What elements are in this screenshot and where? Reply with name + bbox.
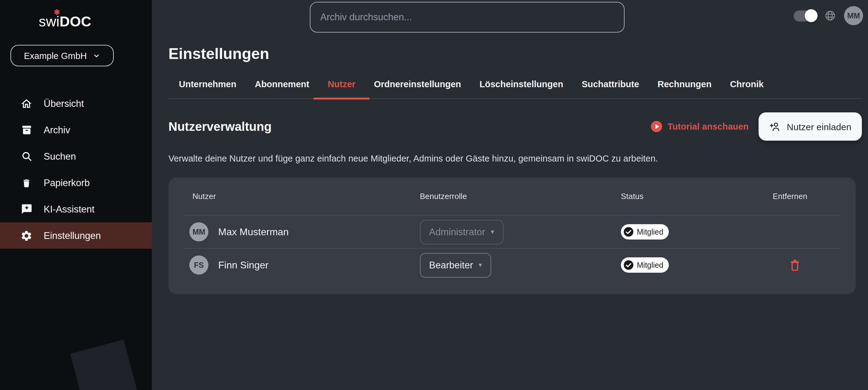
tutorial-label: Tutorial anschauen (668, 122, 749, 131)
role-select-disabled: Administrator ▾ (420, 220, 503, 244)
toggle-knob (805, 9, 817, 22)
topbar-controls: MM (794, 6, 863, 25)
column-header-benutzerrolle: Benutzerrolle (420, 192, 621, 201)
person-add-icon (769, 121, 781, 132)
search-icon (20, 150, 33, 162)
archive-icon (20, 124, 33, 136)
main-content: MM Einstellungen Unternehmen Abonnement … (152, 0, 868, 390)
status-label: Mitglied (637, 228, 663, 236)
check-circle-icon (623, 260, 634, 270)
chevron-down-icon (93, 52, 100, 59)
role-select[interactable]: Bearbeiter ▾ (420, 253, 491, 277)
sidebar-item-ki-assistent[interactable]: KI-Assistent (0, 196, 152, 222)
sidebar-item-archiv[interactable]: Archiv (0, 117, 152, 143)
column-header-status: Status (621, 192, 773, 201)
logo-star-icon: ✱ (54, 8, 60, 17)
sidebar-item-uebersicht[interactable]: Übersicht (0, 90, 152, 117)
tab-chronik[interactable]: Chronik (730, 79, 764, 98)
check-circle-icon (623, 227, 634, 237)
search-input[interactable] (310, 2, 625, 33)
chat-sparkle-icon (20, 203, 33, 215)
column-header-entfernen: Entfernen (773, 192, 841, 201)
sidebar-item-suchen[interactable]: Suchen (0, 143, 152, 169)
role-value: Bearbeiter (429, 259, 473, 270)
tab-ordnereinstellungen[interactable]: Ordnereinstellungen (374, 79, 461, 98)
sidebar-item-label: Übersicht (44, 98, 84, 109)
tutorial-link[interactable]: Tutorial anschauen (650, 120, 749, 133)
remove-user-button[interactable] (788, 258, 802, 272)
sidebar-decoration (70, 339, 143, 390)
avatar: FS (189, 256, 208, 274)
section-description: Verwalte deine Nutzer und füge ganz einf… (168, 154, 862, 163)
play-circle-icon (650, 120, 663, 133)
section-header: Nutzerverwaltung Tutorial anschauen Nutz… (168, 112, 862, 141)
home-icon (20, 97, 33, 110)
trash-icon (20, 176, 33, 189)
sidebar: swi✱DOC Example GmbH Übersicht Archiv (0, 0, 152, 390)
caret-down-icon: ▾ (491, 228, 494, 236)
user-table-card: Nutzer Benutzerrolle Status Entfernen MM… (168, 177, 856, 294)
sidebar-nav: Übersicht Archiv Suchen Papierkorb (0, 90, 152, 249)
column-header-nutzer: Nutzer (183, 192, 420, 201)
tab-unternehmen[interactable]: Unternehmen (179, 79, 236, 98)
invite-user-button[interactable]: Nutzer einladen (758, 112, 862, 141)
tab-suchattribute[interactable]: Suchattribute (582, 79, 639, 98)
section-title: Nutzerverwaltung (168, 120, 272, 134)
table-row: FS Finn Singer Bearbeiter ▾ Mitglied (183, 248, 841, 281)
globe-icon[interactable] (824, 10, 836, 22)
tab-rechnungen[interactable]: Rechnungen (657, 79, 712, 98)
status-badge: Mitglied (621, 224, 669, 239)
status-badge: Mitglied (621, 257, 669, 273)
sidebar-item-label: KI-Assistent (44, 204, 94, 215)
sidebar-item-label: Einstellungen (44, 230, 101, 241)
app-root: swi✱DOC Example GmbH Übersicht Archiv (0, 0, 868, 390)
company-name: Example GmbH (24, 51, 87, 61)
app-logo: swi✱DOC (39, 13, 152, 30)
sidebar-item-label: Papierkorb (44, 177, 90, 188)
sidebar-item-papierkorb[interactable]: Papierkorb (0, 169, 152, 196)
tab-nutzer[interactable]: Nutzer (328, 79, 355, 98)
tab-loescheinstellungen[interactable]: Löscheinstellungen (479, 79, 563, 98)
table-header: Nutzer Benutzerrolle Status Entfernen (183, 177, 841, 215)
tab-abonnement[interactable]: Abonnement (255, 79, 309, 98)
caret-down-icon: ▾ (478, 261, 482, 269)
page-title: Einstellungen (168, 46, 862, 61)
sidebar-item-label: Suchen (44, 151, 76, 162)
user-avatar[interactable]: MM (844, 6, 863, 25)
user-name: Max Musterman (218, 226, 289, 237)
gear-icon (20, 229, 33, 242)
status-label: Mitglied (637, 261, 663, 269)
toggle-switch[interactable] (794, 10, 816, 21)
avatar: MM (189, 222, 208, 241)
trash-outline-icon (788, 258, 802, 272)
sidebar-item-einstellungen[interactable]: Einstellungen (0, 222, 152, 249)
invite-button-label: Nutzer einladen (787, 121, 851, 132)
role-value: Administrator (429, 226, 485, 237)
table-row: MM Max Musterman Administrator ▾ Mitglie… (183, 215, 841, 248)
user-name: Finn Singer (218, 259, 269, 270)
sidebar-item-label: Archiv (44, 124, 70, 135)
settings-tabs: Unternehmen Abonnement Nutzer Ordnereins… (168, 79, 862, 99)
company-selector[interactable]: Example GmbH (10, 45, 114, 66)
